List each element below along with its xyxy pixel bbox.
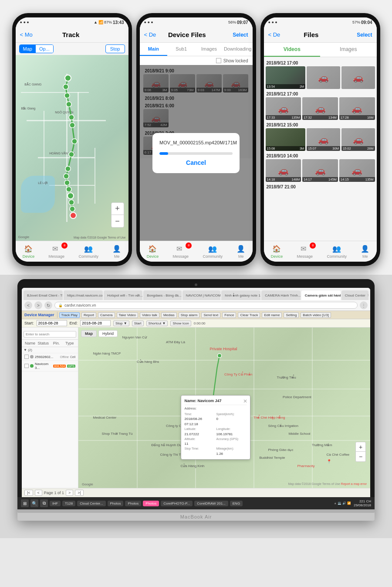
laptop-zoom-in[interactable]: + bbox=[356, 442, 365, 452]
toolbar-stop-alarm[interactable]: Stop alarm bbox=[179, 312, 200, 318]
phone2-show-locked-checkbox[interactable] bbox=[216, 58, 221, 63]
toolbar-batch-video[interactable]: Batch video [1/3] bbox=[301, 312, 331, 318]
video-thumb-2[interactable]: 🚗 bbox=[307, 66, 340, 89]
video-thumb-3[interactable]: 🚗 bbox=[341, 66, 375, 89]
phone1-stop-btn[interactable]: Stop bbox=[105, 44, 125, 53]
phone1-nav-me[interactable]: 👤 Me bbox=[112, 245, 121, 259]
taskbar-ie[interactable]: IHF bbox=[50, 501, 61, 506]
phone3-nav-me[interactable]: 👤 Me bbox=[361, 245, 369, 259]
browser-tab-2[interactable]: https://mail.navicom.co... ✕ bbox=[64, 290, 103, 300]
browser-tab-1[interactable]: BJovet Email Client - Th... ✕ bbox=[24, 290, 63, 300]
browser-refresh-btn[interactable]: ↻ bbox=[44, 301, 52, 309]
date-start-btn[interactable]: Start bbox=[132, 321, 144, 326]
toolbar-clear-track[interactable]: Clear Track bbox=[238, 312, 260, 318]
toolbar-take-video[interactable]: Take Video bbox=[117, 312, 138, 318]
phone3-nav-message[interactable]: ✉8 Message bbox=[297, 245, 313, 259]
phone2-tab-sub1[interactable]: Sub1 bbox=[167, 43, 195, 56]
toolbar-report[interactable]: Report bbox=[81, 312, 96, 318]
video-thumb-6[interactable]: 🚗 17:2816M bbox=[339, 97, 375, 120]
video-thumb-12[interactable]: 🚗 14:15135M bbox=[339, 159, 375, 182]
laptop-map-btn[interactable]: Map bbox=[81, 330, 97, 337]
taskbar-photos3[interactable]: Photos bbox=[143, 501, 159, 506]
taskbar-windows-icon[interactable]: ⊞ bbox=[21, 499, 29, 507]
toolbar-fence[interactable]: Fence bbox=[222, 312, 236, 318]
browser-tab-9-close[interactable]: ✕ bbox=[367, 293, 368, 297]
video-thumb-1[interactable]: 13:542M bbox=[266, 66, 306, 89]
taskbar-corel2[interactable]: CorelDRAW 201... bbox=[194, 501, 228, 506]
pagination-last[interactable]: >| bbox=[75, 490, 84, 496]
taskbar-photos2[interactable]: Photos bbox=[125, 501, 141, 506]
toolbar-video-talk[interactable]: Video talk bbox=[140, 312, 159, 318]
phone1-zoom-in[interactable]: + bbox=[112, 203, 124, 215]
sidebar-item-2[interactable]: Navicom 3... 808,504 GPS bbox=[22, 361, 78, 372]
taskbar-t128[interactable]: T128 bbox=[62, 501, 75, 506]
taskbar-search-icon[interactable]: 🔍 bbox=[30, 499, 38, 507]
toolbar-edit-name[interactable]: Edit name bbox=[262, 312, 282, 318]
browser-more-btn[interactable]: ⋮ bbox=[360, 301, 368, 309]
date-end-input[interactable] bbox=[80, 320, 111, 326]
phone2-nav-device[interactable]: 🏠 Device bbox=[147, 245, 159, 259]
laptop-zoom-out[interactable]: − bbox=[356, 452, 365, 461]
toolbar-camera[interactable]: Camera bbox=[98, 312, 115, 318]
taskbar-photos1[interactable]: Photos bbox=[108, 501, 124, 506]
date-stop-btn[interactable]: Stop ▼ bbox=[113, 321, 129, 326]
browser-tab-5[interactable]: NAVICOM | NAVICOM ✕ bbox=[182, 290, 221, 300]
video-thumb-4[interactable]: 🚗 17:33135M bbox=[266, 97, 301, 120]
pagination-first[interactable]: |< bbox=[24, 490, 33, 496]
laptop-info-close[interactable]: ✕ bbox=[243, 397, 247, 405]
phone3-select-btn[interactable]: Select bbox=[357, 32, 372, 38]
browser-tab-6[interactable]: hình ảnh galaxy note 1... ✕ bbox=[221, 290, 260, 300]
browser-tab-7[interactable]: CAMERA Hành Trình... ✕ bbox=[261, 290, 301, 300]
taskbar-eng[interactable]: ENG bbox=[230, 501, 243, 506]
phone2-tab-downloading[interactable]: Downloading bbox=[223, 43, 253, 56]
phone2-select-btn[interactable]: Select bbox=[233, 32, 248, 38]
browser-tab-8[interactable]: Camera giám sát hành... ✕ bbox=[301, 290, 341, 300]
browser-forward-btn[interactable]: > bbox=[34, 301, 42, 309]
video-thumb-7[interactable]: 15:083M bbox=[266, 128, 306, 151]
toolbar-medias[interactable]: Medias bbox=[161, 312, 177, 318]
phone3-tab-images[interactable]: Images bbox=[320, 43, 377, 57]
pagination-next[interactable]: > bbox=[66, 490, 73, 496]
date-showicon-btn[interactable]: Show Icon bbox=[170, 321, 191, 326]
phone3-nav-community[interactable]: 👥 Community bbox=[327, 245, 347, 259]
video-thumb-10[interactable]: 🚗 14:18148M bbox=[266, 159, 301, 182]
sidebar-item-2-checkbox[interactable] bbox=[24, 364, 29, 368]
phone1-map-btn[interactable]: Map bbox=[20, 45, 36, 53]
phone2-nav-me[interactable]: 👤 Me bbox=[237, 245, 245, 259]
sidebar-search-input[interactable] bbox=[24, 331, 76, 338]
laptop-hybrid-btn[interactable]: Hybrid bbox=[98, 330, 118, 337]
video-thumb-11[interactable]: 🚗 14:17145M bbox=[302, 159, 338, 182]
phone1-options-btn[interactable]: Op... bbox=[36, 45, 53, 53]
toolbar-send-text[interactable]: Send text bbox=[201, 312, 220, 318]
phone1-nav-message[interactable]: ✉8 Message bbox=[49, 245, 65, 259]
sidebar-item-1-checkbox[interactable] bbox=[24, 355, 29, 359]
phone1-nav-device[interactable]: 🏠 Device bbox=[23, 245, 35, 259]
video-thumb-9[interactable]: 🚗 15:0228M bbox=[341, 128, 375, 151]
video-thumb-5[interactable]: 🚗 17:32134M bbox=[302, 97, 338, 120]
phone2-tab-images[interactable]: Images bbox=[195, 43, 223, 56]
taskbar-cloud[interactable]: Cloud Center... bbox=[77, 501, 105, 506]
pagination-prev[interactable]: < bbox=[35, 490, 42, 496]
browser-address-bar[interactable]: 🔒 cardvr.navicom.vn bbox=[54, 302, 358, 309]
date-shortcut-btn[interactable]: Shortcut ▼ bbox=[146, 321, 168, 326]
browser-tab-4[interactable]: Bongdaes - Bóng đá... ✕ bbox=[143, 290, 181, 300]
phone1-nav-community[interactable]: 👥 Community bbox=[78, 245, 98, 259]
download-cancel-btn[interactable]: Cancel bbox=[159, 159, 233, 166]
phone3-tab-videos[interactable]: Videos bbox=[264, 43, 321, 57]
taskbar-corel1[interactable]: CorelPHOTO-P... bbox=[161, 501, 193, 506]
phone3-nav-device[interactable]: 🏠 Device bbox=[271, 245, 283, 259]
toolbar-track-play[interactable]: Track Play bbox=[59, 312, 80, 318]
phone1-zoom-out[interactable]: − bbox=[112, 215, 124, 227]
toolbar-setting[interactable]: Setting bbox=[284, 312, 299, 318]
browser-tab-3[interactable]: Hotspot wifi - Tìm với... ✕ bbox=[104, 290, 142, 300]
phone2-nav-message[interactable]: ✉8 Message bbox=[173, 245, 189, 259]
laptop-map-error[interactable]: Report a map error bbox=[341, 482, 367, 485]
browser-tab-9[interactable]: Cloud Center ✕ bbox=[341, 290, 368, 300]
browser-back-btn[interactable]: < bbox=[24, 301, 32, 309]
phone2-tab-main[interactable]: Main bbox=[140, 43, 168, 56]
sidebar-item-1[interactable]: 25932602... Offline Cell bbox=[22, 353, 78, 361]
date-start-input[interactable] bbox=[37, 320, 67, 326]
video-thumb-8[interactable]: 🚗 15:0730M bbox=[307, 128, 340, 151]
taskbar-task-icon[interactable]: ⧉ bbox=[40, 499, 48, 507]
phone2-nav-community[interactable]: 👥 Community bbox=[203, 245, 223, 259]
